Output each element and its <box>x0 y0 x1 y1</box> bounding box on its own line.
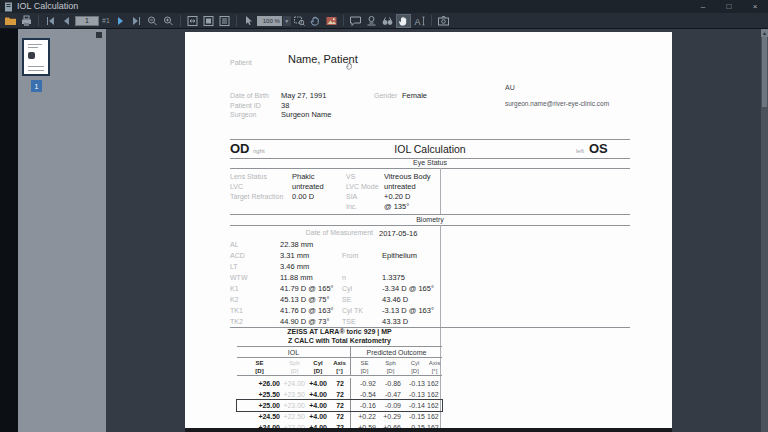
next-page-icon[interactable] <box>113 14 128 28</box>
select-tool-icon[interactable] <box>241 14 256 28</box>
field-label: K1 <box>230 283 280 294</box>
section-line <box>230 168 630 169</box>
patient-id-value: 38 <box>281 101 289 110</box>
section-line <box>230 225 630 226</box>
last-page-icon[interactable] <box>129 14 144 28</box>
thumbnail-sidebar: 1 <box>18 29 106 432</box>
field-label: From <box>342 250 382 261</box>
column-unit: [°] <box>427 367 442 375</box>
zoom-level-dropdown-icon[interactable]: ▼ <box>283 16 291 26</box>
field-value: 3.46 mm <box>280 261 342 272</box>
iol-table-row[interactable]: +25.50+23.50+4.0072-0.54-0.47-0.13162 <box>237 389 442 400</box>
marquee-zoom-icon[interactable] <box>292 14 307 28</box>
biometry-row: K245.13 D @ 75° SE43.46 D <box>230 294 445 305</box>
page-number-input[interactable] <box>75 16 99 26</box>
text-select-icon[interactable]: A <box>412 14 427 28</box>
table-cell: 72 <box>329 378 350 389</box>
comment-icon[interactable] <box>348 14 363 28</box>
stamp-icon[interactable] <box>364 14 379 28</box>
pan-icon[interactable] <box>308 14 323 28</box>
scrollbar-thumb[interactable] <box>762 37 767 107</box>
table-cell: -0.86 <box>378 378 403 389</box>
print-icon[interactable] <box>19 14 34 28</box>
thumbnail-page-number[interactable]: 1 <box>31 80 42 92</box>
fit-width-icon[interactable] <box>185 14 200 28</box>
app-icon <box>4 2 13 12</box>
svg-text:A: A <box>414 16 420 26</box>
surgeon-email: surgeon.name@river-eye-clinic.com <box>505 100 609 107</box>
first-page-icon[interactable] <box>43 14 58 28</box>
column-unit: [D] <box>307 367 329 375</box>
gender-value: Female <box>402 91 427 100</box>
field-label <box>342 239 382 250</box>
table-cell: +4.00 <box>307 389 329 400</box>
field-value: Vitreous Body <box>384 172 445 182</box>
field-label: LVC Mode <box>346 182 384 192</box>
biometry-row: TK244.90 D @ 73° TSE43.33 D <box>230 316 445 327</box>
field-label: TSE <box>342 316 382 327</box>
measurement-date-row: Date of Measurement 2017-05-16 <box>230 229 445 238</box>
column-unit: [D] <box>350 367 378 375</box>
minimize-icon[interactable]: – <box>690 0 716 13</box>
document-area[interactable]: Patient Name, Patient Date of Birth May … <box>106 29 761 432</box>
field-value: untreated <box>292 182 346 192</box>
field-value: -3.34 D @ 165° <box>382 283 445 294</box>
iol-table-row-selected[interactable]: +25.00+23.00+4.0072-0.16-0.09-0.14162 <box>237 400 442 411</box>
field-label: n <box>342 272 382 283</box>
iol-table-row[interactable]: +26.00+24.00+4.0072-0.92-0.86-0.13162 <box>237 378 442 389</box>
region-code: AU <box>505 84 515 91</box>
field-value <box>292 202 346 212</box>
column-unit: [D] <box>378 367 403 375</box>
biometry-row: WTW11.88 mm n1.3375 <box>230 272 445 283</box>
page-thumbnail[interactable] <box>22 38 50 76</box>
field-label: LVC <box>230 182 292 192</box>
field-label <box>342 261 382 272</box>
surgeon-label: Surgeon <box>230 111 256 118</box>
camera-icon[interactable] <box>436 14 451 28</box>
maximize-icon[interactable]: □ <box>716 0 742 13</box>
table-cell: -0.54 <box>350 389 378 400</box>
zoom-level-value[interactable]: 100 % <box>257 16 282 26</box>
sidebar-collapse-icon[interactable] <box>96 32 102 38</box>
field-value: 41.79 D @ 165° <box>280 283 342 294</box>
fit-visible-icon[interactable] <box>217 14 232 28</box>
table-cell: +0.22 <box>350 411 378 422</box>
table-cell: -0.47 <box>378 389 403 400</box>
eye-status-row: Target Refraction0.00 D SIA+0.20 D <box>230 192 445 202</box>
table-cell: +23.50 <box>282 389 307 400</box>
scroll-up-icon[interactable]: ▲ <box>761 29 768 37</box>
snapshot-icon[interactable] <box>324 14 339 28</box>
column-unit: [D] <box>282 367 307 375</box>
group-outcome-label: Predicted Outcome <box>350 347 442 358</box>
report-title: IOL Calculation <box>230 143 630 155</box>
prev-page-icon[interactable] <box>59 14 74 28</box>
eye-status-heading: Eye Status <box>230 159 630 166</box>
hand-tool-icon[interactable] <box>396 14 411 28</box>
close-icon[interactable]: × <box>742 0 768 13</box>
vertical-scrollbar[interactable]: ▲ <box>761 29 768 432</box>
fit-page-icon[interactable] <box>201 14 216 28</box>
main-area: 1 Patient Name, Patient Date of Birth Ma… <box>0 29 768 432</box>
search-binoculars-icon[interactable] <box>380 14 395 28</box>
field-label: VS <box>346 172 384 182</box>
biometry-row: TK141.76 D @ 163° Cyl TK-3.13 D @ 163° <box>230 305 445 316</box>
field-label: K2 <box>230 294 280 305</box>
eye-status-row: Inc.@ 135° <box>230 202 445 212</box>
column-unit: [D] <box>403 367 427 375</box>
field-label <box>230 202 292 212</box>
table-group-header: IOL Predicted Outcome <box>237 347 442 358</box>
iol-table-row[interactable]: +24.50+22.50+4.0072+0.22+0.29-0.15162 <box>237 411 442 422</box>
zoom-in-icon[interactable] <box>161 14 176 28</box>
field-label: Inc. <box>346 202 384 212</box>
table-cell: +0.29 <box>378 411 403 422</box>
field-value: 45.13 D @ 75° <box>280 294 342 305</box>
left-edge-panel <box>0 29 18 432</box>
field-label: TK2 <box>230 316 280 327</box>
table-cell: 162 <box>427 411 442 422</box>
field-value: 1.3375 <box>382 272 445 283</box>
table-cell: -0.15 <box>403 411 427 422</box>
dob-label: Date of Birth <box>230 92 269 99</box>
zoom-out-icon[interactable] <box>145 14 160 28</box>
open-folder-icon[interactable] <box>3 14 18 28</box>
table-cell: +24.50 <box>237 411 282 422</box>
